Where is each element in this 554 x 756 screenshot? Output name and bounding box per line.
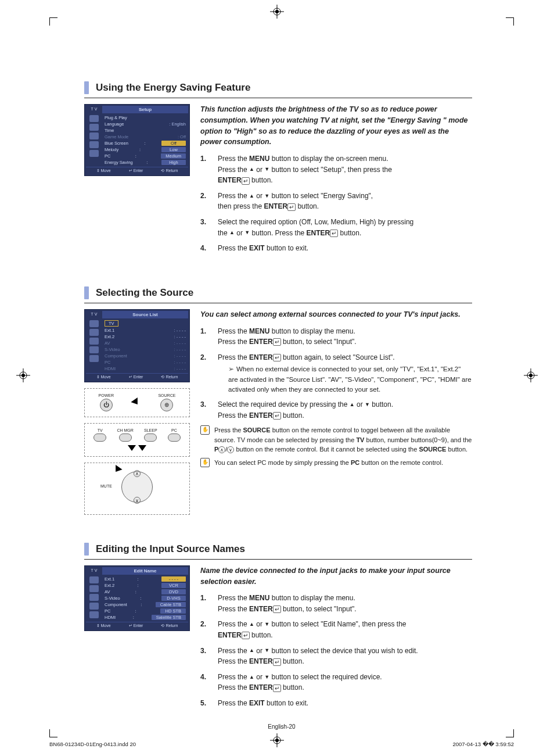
indicator-arrow-icon	[131, 397, 141, 407]
remote-diagram-row2: TVCH MGRSLEEPPC	[84, 423, 190, 457]
note-icon: ✋	[200, 458, 210, 467]
page-down-icon: ∨	[227, 446, 234, 453]
osd-row: TV	[105, 320, 186, 327]
step-3: Select the required option (Off, Low, Me…	[200, 217, 472, 238]
osd-row: Ext.2: VCR	[105, 582, 186, 589]
step-sub-note: When no external device is connected to …	[218, 364, 472, 395]
osd-footer-item: ↵ Enter	[129, 375, 143, 379]
enter-icon: ↵	[273, 658, 281, 666]
remote-mute-label: MUTE	[100, 484, 112, 488]
registration-mark-icon	[270, 5, 284, 19]
osd-row: Plug & Play	[105, 114, 186, 121]
enter-icon: ↵	[273, 338, 281, 346]
osd-row: Blue Screen: Off	[105, 140, 186, 146]
remote-pill-button: SLEEP	[144, 428, 157, 442]
osd-row: Ext.2: - - - -	[105, 334, 186, 340]
osd-tv-label: T V	[86, 311, 102, 318]
step-4: Press the ▲ or ▼ button to select the re…	[200, 672, 472, 693]
remote-power-button: POWER⏻	[99, 393, 114, 411]
down-arrow-icon: ▼	[264, 621, 269, 629]
osd-row: S-Video: - - - -	[105, 346, 186, 353]
enter-icon: ↵	[273, 354, 281, 361]
osd-footer-item: ⟲ Return	[161, 375, 178, 379]
osd-row: AV: DVD	[105, 589, 186, 595]
print-timestamp: 2007-04-13 �� 3:59:52	[452, 741, 514, 747]
section-title: Using the Energy Saving Feature	[96, 82, 250, 94]
osd-footer-item: ⇕ Move	[96, 169, 111, 173]
heading-accent-icon	[84, 81, 89, 94]
print-file-name: BN68-01234D-01Eng-0413.indd 20	[49, 741, 136, 747]
osd-title: Source List	[102, 311, 188, 318]
section-intro: This function adjusts the brightness of …	[200, 104, 472, 148]
osd-row: PC: HD STB	[105, 608, 186, 614]
down-arrow-icon: ▼	[264, 166, 269, 174]
osd-row: Game Mode: Off	[105, 134, 186, 140]
osd-footer-item: ⇕ Move	[96, 375, 111, 379]
osd-tv-label: T V	[86, 106, 102, 113]
osd-footer-item: ⇕ Move	[96, 624, 111, 628]
down-arrow-icon: ▼	[244, 229, 250, 237]
section-intro: You can select among external sources co…	[200, 309, 472, 320]
up-arrow-icon: ▲	[249, 673, 254, 682]
osd-row: Ext.1: - - - -	[105, 576, 186, 582]
print-footer: BN68-01234D-01Eng-0413.indd 20 2007-04-1…	[49, 741, 514, 747]
section-title: Editing the Input Source Names	[96, 543, 245, 555]
remote-pill-button: CH MGR	[117, 428, 133, 442]
indicator-arrow-icon	[128, 445, 136, 451]
osd-screenshot-source-list: T VSource List TVExt.1: - - - -Ext.2: - …	[84, 309, 190, 382]
section-editing-source-names: Editing the Input Source Names T VEdit N…	[84, 543, 472, 714]
enter-icon: ↵	[242, 177, 250, 185]
osd-row: HDMI: - - - -	[105, 366, 186, 372]
osd-sidebar-icons	[86, 113, 102, 167]
step-2: Press the ▲ or ▼ button to select "Edit …	[200, 619, 472, 640]
osd-footer-item: ↵ Enter	[129, 624, 143, 628]
down-arrow-icon: ▼	[264, 192, 269, 200]
osd-footer-item: ↵ Enter	[129, 169, 143, 173]
up-arrow-icon: ▲	[249, 647, 254, 655]
osd-title: Edit Name	[102, 567, 188, 575]
step-2: Press the ▲ or ▼ button to select "Energ…	[200, 191, 472, 212]
enter-icon: ↵	[287, 203, 296, 211]
remote-source-button: SOURCE⊕	[158, 393, 175, 411]
up-arrow-icon: ▲	[249, 621, 254, 629]
remote-pill-button: PC	[168, 428, 181, 442]
osd-row: Ext.1: - - - -	[105, 327, 186, 334]
osd-row: PC: - - - -	[105, 359, 186, 366]
step-2: Press the ENTER↵ button again, to select…	[200, 352, 472, 395]
up-arrow-icon: ∧	[134, 470, 141, 477]
remote-pill-button: TV	[93, 428, 106, 442]
osd-row: AV: - - - -	[105, 340, 186, 346]
osd-sidebar-icons	[86, 575, 102, 622]
down-arrow-icon: ∨	[134, 497, 141, 504]
registration-mark-icon	[16, 368, 30, 382]
osd-tv-label: T V	[86, 567, 102, 575]
registration-mark-icon	[524, 368, 538, 382]
up-arrow-icon: ▲	[249, 192, 254, 200]
osd-footer-item: ⟲ Return	[161, 169, 178, 173]
osd-row: PC: Medium	[105, 153, 186, 159]
up-arrow-icon: ▲	[229, 229, 235, 237]
osd-row: Language: English	[105, 121, 186, 127]
up-arrow-icon: ▲	[350, 401, 355, 409]
osd-row: Component: - - - -	[105, 353, 186, 359]
section-energy-saving: Using the Energy Saving Feature T VSetup…	[84, 81, 472, 259]
page-up-icon: ∧	[218, 446, 225, 453]
osd-screenshot-edit-name: T VEdit Name Ext.1: - - - -Ext.2: VCRAV:…	[84, 565, 190, 631]
osd-row: Melody: Low	[105, 146, 186, 153]
section-intro: Name the device connected to the input j…	[200, 565, 472, 587]
down-arrow-icon: ▼	[365, 401, 370, 409]
osd-row: HDMI: Satellite STB	[105, 614, 186, 621]
step-4: Press the EXIT button to exit.	[200, 243, 472, 254]
osd-title: Setup	[102, 106, 188, 113]
step-3: Press the ▲ or ▼ button to select the de…	[200, 646, 472, 667]
remote-diagram-power-source: POWER⏻ SOURCE⊕	[84, 388, 190, 417]
enter-icon: ↵	[273, 412, 281, 420]
osd-footer-item: ⟲ Return	[161, 624, 178, 628]
up-arrow-icon: ▲	[249, 166, 254, 174]
down-arrow-icon: ▼	[264, 647, 269, 655]
osd-row: Component: Cable STB	[105, 601, 186, 608]
section-title: Selecting the Source	[96, 287, 193, 299]
note-source-button: ✋ Press the SOURCE button on the remote …	[200, 425, 472, 454]
enter-icon: ↵	[273, 685, 281, 692]
step-5: Press the EXIT button to exit.	[200, 698, 472, 709]
